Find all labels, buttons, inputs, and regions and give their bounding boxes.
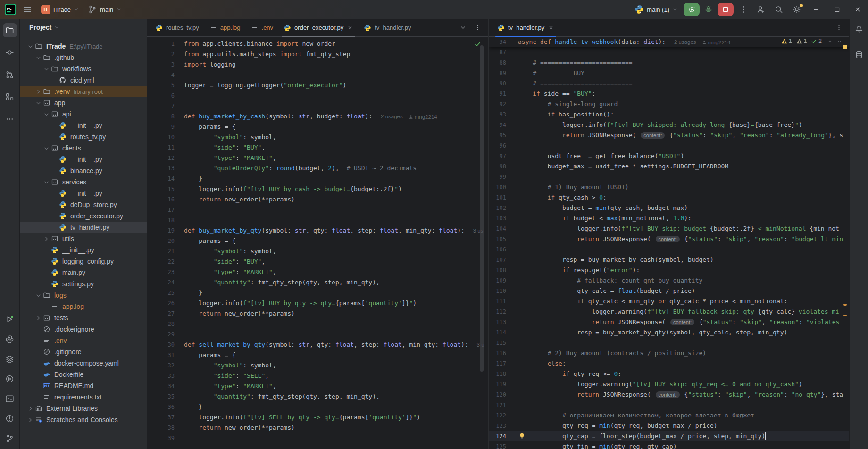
line-number[interactable]: 101 [489,192,506,203]
chevron-down-icon[interactable] [34,99,42,107]
code-line[interactable]: 103 if budget < max(min_notional, 1.0): [489,213,849,224]
line-number[interactable]: 39 [147,433,175,443]
code-line[interactable]: 8def buy_market_by_cash(symbol: str, bud… [147,111,488,122]
tool-window-button-problems[interactable] [3,411,17,425]
code-line[interactable]: 104 logger.info(f"[tv] BUY skip: budget … [489,224,849,234]
line-number[interactable]: 13 [147,163,175,174]
tab-app.log[interactable]: app.log [204,19,246,37]
project-widget[interactable]: IT ITrade [37,2,83,17]
line-number[interactable]: 34 [147,381,175,391]
tool-window-button-commit[interactable] [3,45,17,59]
code-line[interactable]: 94 logger.info(f"[tv] BUY skipped: alrea… [489,120,849,130]
tree-item-README.md[interactable]: README.md [20,380,147,391]
code-line[interactable]: 123 qty_req = min(qty_req, budget_max / … [489,421,849,431]
inspection-ok[interactable]: 2 [811,38,822,44]
chevron-right-icon[interactable] [34,88,42,95]
chevron-down-icon[interactable] [34,291,42,299]
code-line[interactable]: 14 } [147,174,488,184]
code-line[interactable]: 23 "type": "MARKET", [147,267,488,277]
tree-item-settings.py[interactable]: settings.py [20,278,147,290]
line-number[interactable]: 36 [147,402,175,412]
chevron-down-icon[interactable] [34,54,42,61]
line-number[interactable]: 87 [489,47,506,58]
line-number[interactable]: 97 [489,151,506,161]
code-line[interactable]: 95 return JSONResponse( content: {"statu… [489,130,849,141]
tree-item-tv_handler.py[interactable]: tv_handler.py [20,222,147,233]
tree-item-workflows[interactable]: workflows [20,63,147,75]
code-line[interactable]: 121 [489,400,849,410]
code-line[interactable]: 12 "type": "MARKET", [147,153,488,163]
code-line[interactable]: 113 return JSONResponse( content: {"stat… [489,317,849,327]
code-line[interactable]: 111 if qty_calc < min_qty or qty_calc * … [489,296,849,307]
line-number[interactable]: 88 [489,58,506,68]
line-number[interactable]: 107 [489,255,506,265]
code-line[interactable]: 124 qty_cap = floor_step(budget_max / pr… [489,431,849,441]
code-editor-left[interactable]: 1from app.clients.binance import new_ord… [147,37,488,449]
tree-item-clients[interactable]: clients [20,142,147,154]
tab-list-dropdown-icon[interactable] [459,24,467,31]
code-line[interactable]: 22 "side": "BUY", [147,257,488,267]
code-line[interactable]: 19def buy_market_by_qty(symbol: str, qty… [147,225,488,236]
line-number[interactable]: 92 [489,99,506,109]
line-number[interactable]: 5 [147,80,175,91]
tab-tv_handler.py[interactable]: tv_handler.py [359,19,416,37]
line-number[interactable]: 27 [147,308,175,319]
code-line[interactable]: 29 [147,329,488,340]
code-line[interactable]: 98 budget_max = usdt_free * settings.BUD… [489,161,849,172]
code-line[interactable]: 24 "quantity": fmt_qty_step(qty, step, m… [147,277,488,288]
code-line[interactable]: 10 "symbol": symbol, [147,132,488,142]
chevron-down-icon[interactable] [42,144,50,152]
line-number[interactable]: 90 [489,78,506,89]
code-line[interactable]: 3import logging [147,59,488,70]
tool-window-button-project[interactable] [3,23,17,37]
tree-item-.env[interactable]: .env [20,335,147,346]
code-line[interactable]: 30def sell_market_by_qty(symbol: str, qt… [147,340,488,350]
code-line[interactable]: 32 "symbol": symbol, [147,360,488,371]
line-number[interactable]: 26 [147,298,175,308]
tree-item-binance.py[interactable]: binance.py [20,165,147,176]
line-number[interactable]: 9 [147,122,175,132]
line-number[interactable]: 22 [147,257,175,267]
line-number[interactable]: 15 [147,184,175,194]
line-number[interactable]: 6 [147,91,175,101]
maximize-button[interactable] [826,0,847,19]
code-line[interactable]: 118 if qty_req <= 0: [489,369,849,379]
code-line[interactable]: 18 [147,215,488,225]
code-line[interactable]: 25 } [147,288,488,298]
code-line[interactable]: 96 [489,141,849,151]
code-line[interactable]: 36 } [147,402,488,412]
line-number[interactable]: 25 [147,288,175,298]
kebab-menu-icon[interactable] [835,24,843,31]
code-line[interactable]: 119 logger.warning("[tv] BUY skip: qty_r… [489,379,849,390]
line-number[interactable]: 123 [489,421,506,431]
line-number[interactable]: 120 [489,390,506,400]
line-number[interactable]: 21 [147,246,175,257]
line-number[interactable]: 117 [489,358,506,369]
tree-item-app[interactable]: app [20,97,147,108]
scrollbar-thumb[interactable] [480,45,484,372]
code-line[interactable]: 91 if side == "BUY": [489,89,849,99]
minimize-button[interactable] [806,0,826,19]
tree-item-app.log[interactable]: app.log [20,301,147,312]
line-number[interactable]: 122 [489,410,506,421]
line-number[interactable]: 30 [147,340,175,350]
line-number[interactable]: 99 [489,172,506,182]
code-line[interactable]: 102 budget = min(qty_cash, budget_max) [489,203,849,213]
line-number[interactable]: 95 [489,130,506,141]
tool-window-button-pull-requests[interactable] [3,67,17,82]
line-number[interactable]: 121 [489,400,506,410]
tree-item-__init__.py[interactable]: __init__.py [20,188,147,199]
tool-window-button-services-stack[interactable] [3,352,17,366]
line-number[interactable]: 12 [147,153,175,163]
line-number[interactable]: 108 [489,265,506,275]
code-editor-right[interactable]: 112 34async def handle_tv_webhook(data: … [489,37,849,449]
code-line[interactable]: 27 return new_order(**params) [147,308,488,319]
line-number[interactable]: 94 [489,120,506,130]
tree-item-ExternalLibraries[interactable]: External Libraries [20,403,147,414]
line-number[interactable]: 116 [489,348,506,358]
code-line[interactable]: 9 params = { [147,122,488,132]
line-number[interactable]: 111 [489,296,506,307]
inspection-warning[interactable]: 1 [796,38,807,44]
code-line[interactable]: 87 [489,47,849,58]
line-number[interactable]: 102 [489,203,506,213]
